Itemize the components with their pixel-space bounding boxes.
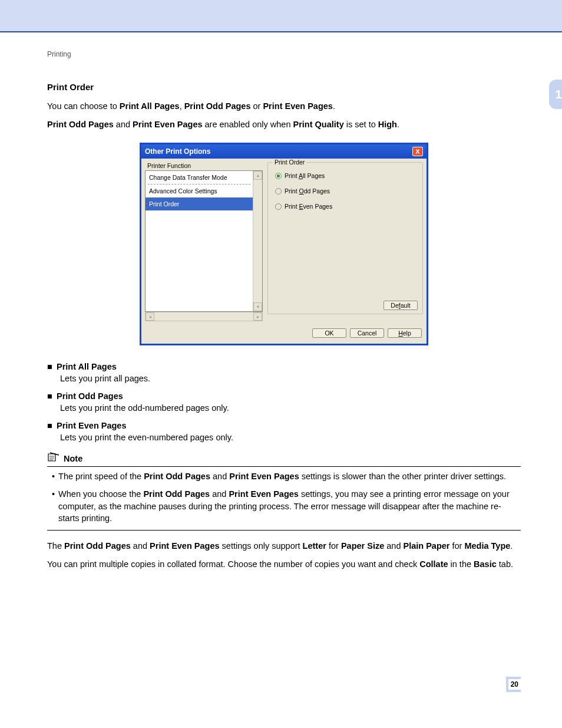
note-block: Note • The print speed of the Print Odd … [47,452,521,531]
note-end-rule [47,530,521,531]
text: in the [448,559,474,569]
text: Print [285,187,299,195]
text: ll Pages [303,172,325,179]
text-bold: Print Even Pages [229,472,299,481]
radio-icon[interactable] [275,173,282,179]
text-bold: Print Odd Pages [144,472,210,481]
group-title: Print Order [273,159,306,166]
scroll-down-icon[interactable]: ▾ [253,302,262,311]
radio-icon[interactable] [275,188,282,195]
text: is set to [344,120,378,129]
dialog-screenshot: Other Print Options X Printer Function C… [47,143,521,345]
text-bold: High [378,120,397,129]
text: A [299,172,303,179]
text: dd Pages [304,187,330,195]
text-bold: Media Type [464,541,510,551]
radio-icon[interactable] [275,203,282,210]
other-print-options-dialog: Other Print Options X Printer Function C… [140,143,428,345]
text: for [326,541,341,551]
square-bullet-icon: ■ [47,362,52,371]
text-bold: Plain Paper [403,541,449,551]
text-bold: Print Even Pages [263,101,332,111]
section-label: Printing [47,50,521,58]
option-print-odd-pages: ■ Print Odd Pages Lets you print the odd… [47,391,521,413]
text: O [299,187,304,195]
text: and [114,120,133,129]
options-panel: Print Order Print All Pages Print Odd Pa… [267,162,423,321]
text: Print [285,203,299,210]
text-bold: Print Even Pages [150,541,219,551]
scroll-right-icon[interactable]: ▸ [253,312,262,321]
post-paragraph-2: You can print multiple copies in collate… [47,558,521,571]
text: and [384,541,403,551]
option-desc: Lets you print all pages. [60,374,521,383]
text: Print [285,172,299,179]
list-item-advanced-color[interactable]: Advanced Color Settings [146,185,253,197]
note-icon [47,452,60,465]
text: are enabled only when [203,120,293,129]
cancel-button[interactable]: Cancel [350,328,384,338]
text: ven Pages [303,203,333,210]
titlebar[interactable]: Other Print Options X [141,144,427,159]
dialog-footer: OK Cancel Help [141,325,427,344]
radio-print-all-pages[interactable]: Print All Pages [275,172,418,179]
note-label: Note [64,454,82,463]
option-print-even-pages: ■ Print Even Pages Lets you print the ev… [47,421,521,442]
text: or [251,101,263,111]
text-bold: Collate [419,559,448,569]
heading-print-order: Print Order [47,82,521,92]
scroll-left-icon[interactable]: ◂ [146,312,154,321]
page-content: 1 Printing Print Order You can choose to… [0,32,562,716]
option-title: Print Odd Pages [57,391,123,401]
print-order-group: Print Order Print All Pages Print Odd Pa… [267,162,423,314]
square-bullet-icon: ■ [47,421,52,430]
intro-paragraph-2: Print Odd Pages and Print Even Pages are… [47,118,521,131]
vertical-scrollbar[interactable]: ▴ ▾ [253,171,262,311]
text: for [449,541,464,551]
text-bold: Print Odd Pages [184,101,251,111]
dialog-title: Other Print Options [145,147,210,156]
text: You can print multiple copies in collate… [47,559,419,569]
help-button[interactable]: Help [388,328,422,338]
default-button[interactable]: Default [384,301,418,310]
text: . [333,101,335,111]
text: settings is slower than the other printe… [299,472,506,481]
text: The print speed of the [58,472,144,481]
ok-button[interactable]: OK [312,328,346,338]
text-bold: Print Odd Pages [143,489,210,499]
chapter-tab: 1 [549,80,562,109]
list-item-print-order[interactable]: Print Order [146,197,253,210]
option-desc: Lets you print the odd-numbered pages on… [60,403,521,413]
horizontal-scrollbar[interactable]: ◂ ▸ [145,312,263,321]
text-bold: Print Odd Pages [47,120,114,129]
radio-print-even-pages[interactable]: Print Even Pages [275,203,418,210]
square-bullet-icon: ■ [47,391,52,401]
text: , [180,101,184,111]
text-bold: Paper Size [341,541,384,551]
list-item-change-data-transfer[interactable]: Change Data Transfer Mode [146,171,253,184]
text: and [210,472,229,481]
intro-paragraph-1: You can choose to Print All Pages, Print… [47,100,521,113]
radio-print-odd-pages[interactable]: Print Odd Pages [275,187,418,195]
function-listbox[interactable]: Change Data Transfer Mode Advanced Color… [145,170,263,312]
page-number: 20 [47,677,521,692]
text-bold: Letter [303,541,326,551]
text: settings only support [220,541,303,551]
printer-function-label: Printer Function [145,162,263,169]
header-bar [0,0,562,32]
text-bold: Print All Pages [120,101,180,111]
bullet-icon: • [52,470,55,482]
note-item-2: • When you choose the Print Odd Pages an… [52,488,521,524]
text-bold: Print Quality [293,120,344,129]
option-print-all-pages: ■ Print All Pages Lets you print all pag… [47,362,521,383]
note-heading: Note [47,452,521,467]
text: . [397,120,399,129]
option-title: Print Even Pages [57,421,126,430]
option-desc: Lets you print the even-numbered pages o… [60,433,521,442]
scroll-up-icon[interactable]: ▴ [253,171,262,180]
option-title: Print All Pages [57,362,117,371]
note-item-1: • The print speed of the Print Odd Pages… [52,470,521,482]
printer-function-panel: Printer Function Change Data Transfer Mo… [145,162,263,321]
text: tab. [497,559,513,569]
close-icon[interactable]: X [412,147,423,156]
